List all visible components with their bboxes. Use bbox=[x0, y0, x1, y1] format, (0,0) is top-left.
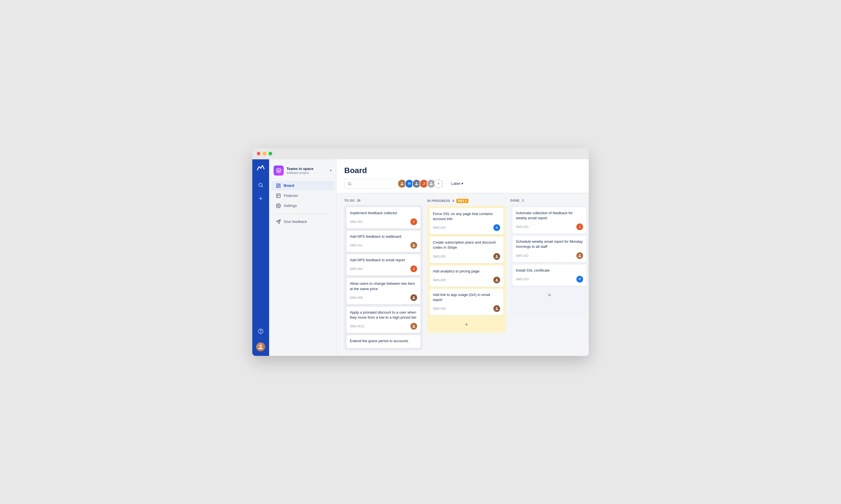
card-sms011-avatar bbox=[410, 242, 417, 249]
add-member-button[interactable]: + bbox=[434, 179, 443, 188]
board-area: TO DO 29 Implement feedback collector SM… bbox=[337, 193, 589, 356]
card-sms008-footer: SMS-008 bbox=[350, 294, 417, 301]
chevron-down-icon: ▾ bbox=[330, 168, 332, 173]
card-sms0012-id: SMS-0012 bbox=[350, 325, 364, 328]
card-sms029-id: SMS-029 bbox=[433, 226, 446, 229]
avatar-initial-j: J bbox=[423, 182, 425, 186]
card-sms004-title: Add NPS feedback to email report bbox=[350, 257, 417, 263]
card-sms029-avatar: H bbox=[493, 224, 500, 231]
card-sms008[interactable]: Allow users to change between two tiers … bbox=[346, 278, 420, 304]
svg-point-0 bbox=[259, 183, 262, 186]
card-sms004-footer: SMS-004 J bbox=[350, 266, 417, 272]
card-sms011-title: Add NPS feedback to wallboard bbox=[350, 234, 417, 239]
card-sms039-id: SMS-039 bbox=[433, 278, 446, 282]
maximize-button[interactable] bbox=[269, 152, 272, 156]
settings-label: Settings bbox=[284, 203, 297, 208]
column-done-count: 3 bbox=[522, 199, 524, 202]
project-name: Teams in space bbox=[287, 167, 327, 171]
card-sms0012-avatar bbox=[410, 323, 417, 329]
sidebar-item-board[interactable]: Board bbox=[271, 181, 334, 191]
card-sms039-title: Add analytics to pricing page bbox=[433, 269, 500, 274]
project-icon bbox=[274, 165, 284, 176]
close-button[interactable] bbox=[257, 152, 260, 156]
card-sms035b[interactable]: Add link to app usage (GA) in email repo… bbox=[429, 289, 503, 315]
user-avatar-img bbox=[256, 342, 265, 352]
app-logo[interactable] bbox=[256, 164, 265, 173]
card-sms035[interactable]: Create subscription plans and discount c… bbox=[429, 237, 503, 263]
card-sms001[interactable]: Implement feedback collector SMS-001 J bbox=[346, 207, 420, 229]
card-sms035-id: SMS-035 bbox=[433, 255, 446, 258]
sidebar-item-feedback[interactable]: Give feedback bbox=[271, 217, 334, 227]
chevron-down-icon: ▾ bbox=[461, 181, 463, 186]
main-content: Board H bbox=[337, 159, 589, 356]
svg-rect-4 bbox=[279, 184, 280, 185]
card-sms035b-avatar bbox=[493, 305, 500, 312]
column-todo-count: 29 bbox=[357, 199, 360, 202]
card-sms004-avatar: J bbox=[410, 266, 417, 272]
card-sms031-id: SMS-031 bbox=[516, 225, 529, 229]
features-label: Features bbox=[284, 194, 298, 198]
svg-point-9 bbox=[348, 182, 351, 184]
user-avatar-nav[interactable] bbox=[256, 342, 265, 352]
column-todo-body: Implement feedback collector SMS-001 J A… bbox=[344, 205, 423, 350]
project-text: Teams in space Software project bbox=[287, 167, 327, 175]
feedback-icon bbox=[276, 219, 281, 224]
card-sms031-avatar: J bbox=[577, 223, 583, 230]
label-dropdown[interactable]: Label ▾ bbox=[448, 180, 467, 187]
card-sms035-avatar bbox=[493, 253, 500, 260]
card-sms0012-footer: SMS-0012 bbox=[350, 323, 417, 329]
card-sms033[interactable]: Install SSL certificate SMS-033 H bbox=[512, 265, 586, 286]
card-sms033-title: Install SSL certificate bbox=[516, 268, 583, 273]
search-icon bbox=[347, 181, 352, 186]
svg-point-8 bbox=[278, 205, 279, 206]
column-todo-title: TO DO bbox=[344, 199, 355, 202]
card-sms029-title: Force SSL on any page that contains acco… bbox=[433, 211, 500, 221]
column-done-header: DONE 3 bbox=[510, 199, 589, 205]
card-sms011-id: SMS-011 bbox=[350, 244, 363, 247]
card-sms029[interactable]: Force SSL on any page that contains acco… bbox=[429, 208, 503, 234]
card-sms008-avatar bbox=[410, 294, 417, 301]
project-selector[interactable]: Teams in space Software project ▾ bbox=[269, 163, 336, 178]
card-sms031-title: Automate collection of feedback for week… bbox=[516, 211, 583, 221]
column-inprogress-title: IN PROGRESS bbox=[427, 199, 450, 202]
nav-search-button[interactable] bbox=[255, 179, 266, 191]
add-card-inprogress-button[interactable]: + bbox=[429, 319, 503, 330]
card-sms033-footer: SMS-033 H bbox=[516, 276, 583, 283]
column-inprogress-badge: MAX 3 bbox=[457, 199, 468, 203]
sidebar: Teams in space Software project ▾ Board bbox=[269, 159, 337, 356]
card-sms0013[interactable]: Extend the grace period to accounts bbox=[346, 335, 420, 348]
card-sms039-footer: SMS-039 bbox=[433, 277, 500, 283]
card-sms029-footer: SMS-029 H bbox=[433, 224, 500, 231]
nav-help-button[interactable] bbox=[255, 326, 266, 337]
card-sms033-avatar: H bbox=[577, 276, 583, 283]
svg-rect-7 bbox=[276, 194, 280, 198]
card-sms004[interactable]: Add NPS feedback to email report SMS-004… bbox=[346, 254, 420, 275]
board-icon bbox=[276, 183, 281, 188]
card-sms039[interactable]: Add analytics to pricing page SMS-039 bbox=[429, 266, 503, 287]
nav-bottom bbox=[255, 326, 266, 352]
column-inprogress-body: Force SSL on any page that contains acco… bbox=[427, 206, 506, 332]
sidebar-item-settings[interactable]: Settings bbox=[271, 201, 334, 211]
project-type: Software project bbox=[287, 171, 327, 175]
minimize-button[interactable] bbox=[263, 152, 266, 156]
card-sms031[interactable]: Automate collection of feedback for week… bbox=[512, 207, 586, 234]
add-card-done-button[interactable]: + bbox=[512, 289, 586, 301]
card-sms004-id: SMS-004 bbox=[350, 267, 363, 270]
board-label: Board bbox=[284, 183, 294, 187]
card-sms0012[interactable]: Apply a prorated discount to a user when… bbox=[346, 307, 420, 333]
search-box[interactable] bbox=[344, 179, 395, 188]
card-sms011[interactable]: Add NPS feedback to wallboard SMS-011 bbox=[346, 231, 420, 252]
column-inprogress-header: IN PROGRESS 4 MAX 3 bbox=[427, 199, 506, 206]
column-inprogress-count: 4 bbox=[452, 199, 454, 202]
column-done-body: Automate collection of feedback for week… bbox=[510, 205, 589, 317]
main-window: Teams in space Software project ▾ Board bbox=[252, 148, 589, 356]
sidebar-item-features[interactable]: Features bbox=[271, 191, 334, 200]
nav-add-button[interactable] bbox=[255, 193, 266, 204]
card-sms033-id: SMS-033 bbox=[516, 277, 529, 281]
card-sms032[interactable]: Schedule weekly email report for Monday … bbox=[512, 236, 586, 262]
card-sms032-avatar bbox=[577, 252, 583, 259]
card-sms032-footer: SMS-032 bbox=[516, 252, 583, 259]
settings-icon bbox=[276, 203, 281, 208]
card-sms011-footer: SMS-011 bbox=[350, 242, 417, 249]
sidebar-divider bbox=[274, 214, 332, 214]
